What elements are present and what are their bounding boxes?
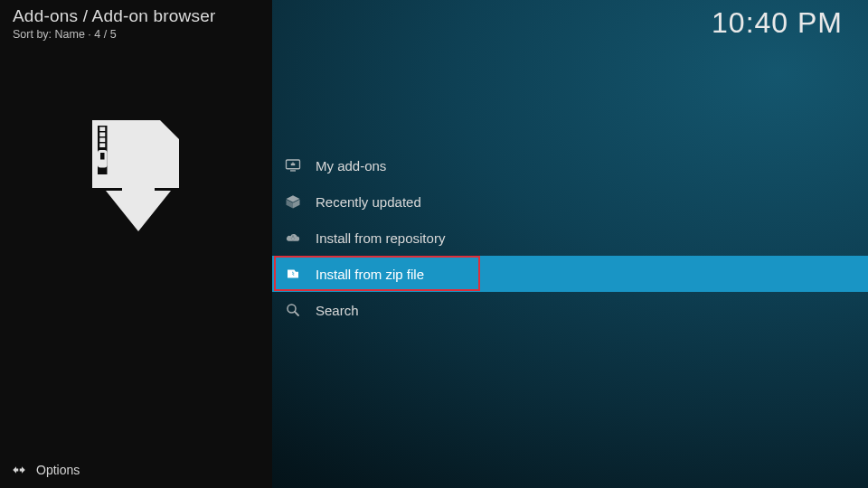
breadcrumb: Add-ons / Add-on browser (13, 6, 261, 26)
display-addons-icon (285, 157, 301, 174)
options-label: Options (36, 463, 80, 477)
menu-item-recently-updated[interactable]: Recently updated (272, 183, 868, 220)
box-open-icon (285, 193, 301, 210)
slider-arrows-icon (11, 462, 27, 478)
cloud-download-icon (285, 230, 301, 246)
menu-item-install-zip[interactable]: Install from zip file (272, 256, 868, 292)
main-panel: 10:40 PM My add-ons (272, 0, 868, 488)
search-icon (285, 302, 301, 318)
menu-item-label: Recently updated (316, 194, 421, 210)
svg-rect-14 (293, 275, 294, 276)
menu-item-label: Install from repository (316, 230, 445, 246)
svg-rect-6 (100, 153, 105, 160)
menu-item-install-repository[interactable]: Install from repository (272, 220, 868, 256)
svg-rect-12 (293, 273, 294, 274)
svg-rect-2 (99, 133, 105, 137)
menu-item-search[interactable]: Search (272, 292, 868, 328)
sidebar: Add-ons / Add-on browser Sort by: Name ·… (0, 0, 272, 488)
zip-download-icon (68, 117, 203, 257)
svg-rect-10 (292, 162, 293, 164)
svg-rect-4 (99, 144, 105, 148)
svg-rect-3 (99, 138, 105, 143)
menu-item-my-addons[interactable]: My add-ons (272, 147, 868, 183)
menu-item-label: Search (316, 303, 359, 318)
clock: 10:40 PM (712, 6, 843, 40)
svg-line-16 (295, 312, 298, 315)
menu-item-label: Install from zip file (316, 267, 424, 282)
svg-rect-9 (291, 164, 296, 165)
svg-rect-8 (290, 170, 296, 171)
zip-file-icon (285, 266, 301, 282)
svg-rect-11 (292, 272, 293, 273)
menu-list: My add-ons Recently updated (272, 147, 868, 328)
options-button[interactable]: Options (0, 452, 80, 488)
svg-rect-1 (99, 127, 105, 132)
menu-item-label: My add-ons (316, 158, 386, 174)
sort-info: Sort by: Name · 4 / 5 (13, 28, 261, 41)
svg-rect-13 (292, 274, 293, 275)
